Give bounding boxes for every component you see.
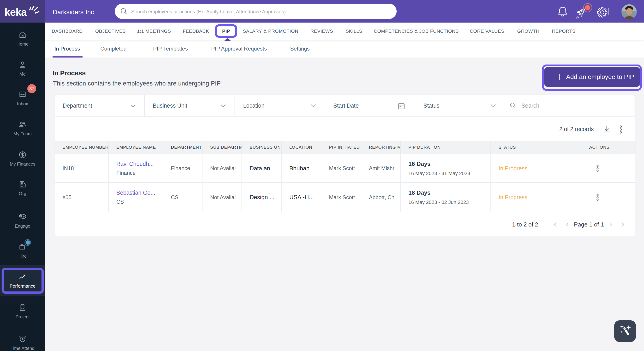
svg-text:keka: keka: [4, 6, 27, 18]
